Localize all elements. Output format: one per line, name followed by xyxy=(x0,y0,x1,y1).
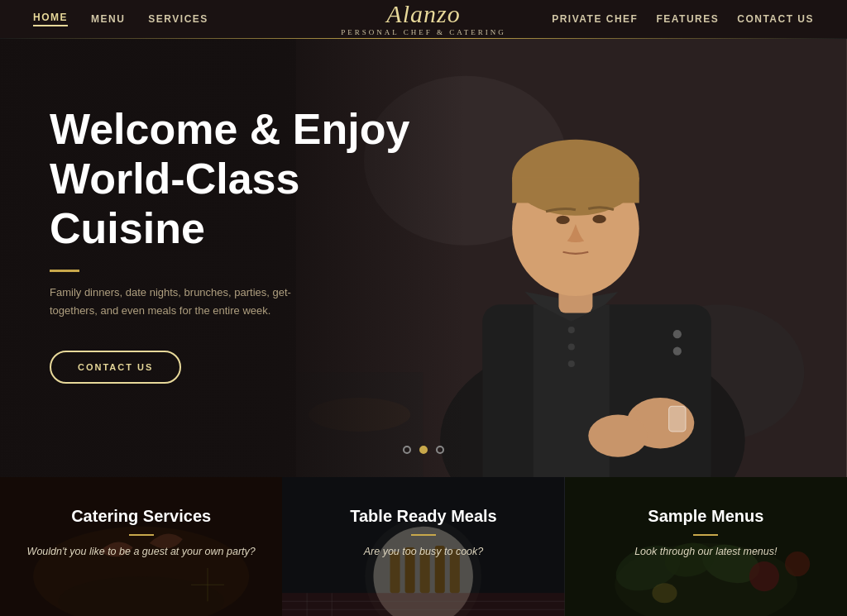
cards-section: Catering Services Wouldn't you like to b… xyxy=(0,477,847,616)
card-meals-title: Table Ready Meals xyxy=(302,507,544,526)
nav-item-contact[interactable]: CONTACT US xyxy=(737,13,814,25)
card-meals-content: Table Ready Meals Are you too busy to co… xyxy=(282,477,564,576)
slide-dot-3[interactable] xyxy=(436,446,444,454)
nav-right: PRIVATE CHEF FEATURES CONTACT US xyxy=(552,13,814,25)
hero-content: Welcome & Enjoy World-Class Cuisine Fami… xyxy=(0,39,496,450)
hero-dots xyxy=(403,446,444,454)
card-catering-content: Catering Services Wouldn't you like to b… xyxy=(0,477,282,576)
svg-point-6 xyxy=(568,327,575,333)
svg-rect-18 xyxy=(669,406,686,432)
nav-item-services[interactable]: SERVICES xyxy=(148,13,208,25)
svg-point-8 xyxy=(568,361,575,367)
svg-point-7 xyxy=(568,343,575,350)
svg-point-17 xyxy=(589,414,648,456)
slide-dot-1[interactable] xyxy=(403,446,411,454)
hero-cta-button[interactable]: CONTACT US xyxy=(50,351,181,384)
card-catering-divider xyxy=(129,534,154,536)
card-meals-divider xyxy=(411,534,436,536)
card-menus-desc: Look through our latest menus! xyxy=(585,544,827,560)
card-menus-divider xyxy=(693,534,718,536)
svg-point-20 xyxy=(673,347,682,356)
svg-point-15 xyxy=(593,215,606,223)
card-catering-desc: Wouldn't you like to be a guest at your … xyxy=(20,544,262,560)
hero-accent-line xyxy=(50,270,79,272)
nav-item-home[interactable]: HOME xyxy=(33,12,68,26)
card-catering-title: Catering Services xyxy=(20,507,262,526)
logo-title: Alanzo xyxy=(341,2,505,26)
svg-rect-13 xyxy=(513,178,640,203)
header: HOME MENU SERVICES Alanzo Personal Chef … xyxy=(0,0,847,38)
hero-section: Welcome & Enjoy World-Class Cuisine Fami… xyxy=(0,39,847,477)
logo: Alanzo Personal Chef & Catering xyxy=(341,2,505,36)
card-catering[interactable]: Catering Services Wouldn't you like to b… xyxy=(0,477,282,616)
nav-item-features[interactable]: FEATURES xyxy=(656,13,719,25)
svg-point-19 xyxy=(673,330,682,338)
nav-item-private-chef[interactable]: PRIVATE CHEF xyxy=(552,13,638,25)
nav-item-menu[interactable]: MENU xyxy=(91,13,125,25)
card-menus[interactable]: Sample Menus Look through our latest men… xyxy=(565,477,847,616)
nav-left: HOME MENU SERVICES xyxy=(33,12,208,26)
card-meals[interactable]: Table Ready Meals Are you too busy to co… xyxy=(282,477,564,616)
hero-title: Welcome & Enjoy World-Class Cuisine xyxy=(50,105,447,253)
card-menus-content: Sample Menus Look through our latest men… xyxy=(565,477,847,576)
card-meals-desc: Are you too busy to cook? xyxy=(302,544,544,560)
logo-subtitle: Personal Chef & Catering xyxy=(341,28,505,36)
hero-description: Family dinners, date nights, brunches, p… xyxy=(50,284,314,320)
card-menus-title: Sample Menus xyxy=(585,507,827,526)
slide-dot-2[interactable] xyxy=(419,446,428,454)
svg-point-14 xyxy=(557,216,570,224)
